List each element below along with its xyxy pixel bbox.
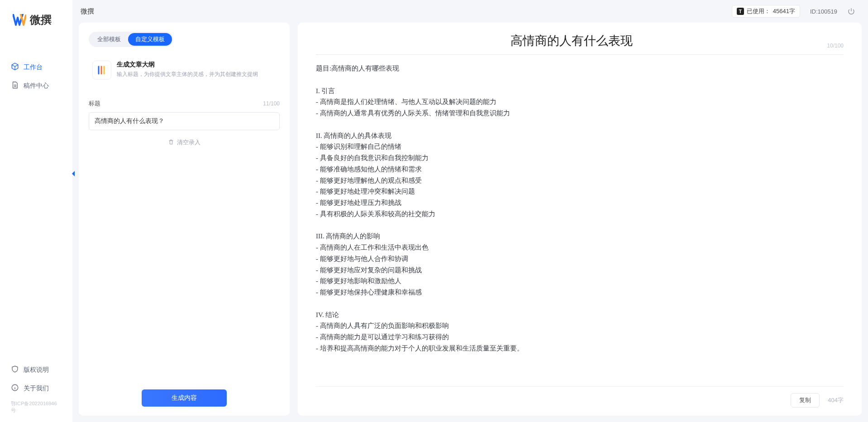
- sidebar-collapse-handle[interactable]: [70, 169, 77, 178]
- logo-text: 微撰: [30, 13, 52, 27]
- app-title: 微撰: [81, 7, 94, 16]
- user-id: ID:100519: [810, 8, 837, 15]
- sidebar: 微撰 工作台 稿件中心 版权: [0, 0, 72, 422]
- tab-custom-templates[interactable]: 自定义模板: [128, 33, 172, 46]
- title-input[interactable]: [89, 112, 280, 130]
- topbar: 微撰 T 已使用： 45641字 ID:100519: [72, 0, 868, 23]
- id-label: ID:: [810, 8, 818, 15]
- sidebar-nav: 工作台 稿件中心: [0, 36, 72, 95]
- sidebar-bottom: 版权说明 关于我们 鄂ICP备2022016946号: [0, 360, 72, 422]
- usage-prefix: 已使用：: [747, 7, 770, 15]
- topbar-right: T 已使用： 45641字 ID:100519: [732, 5, 855, 18]
- icp-text: 鄂ICP备2022016946号: [0, 398, 72, 418]
- logo: 微撰: [0, 0, 72, 36]
- sidebar-item-label: 版权说明: [24, 366, 49, 374]
- text-badge-icon: T: [737, 8, 744, 15]
- prompt-text: 生成文章大纲 输入标题，为你提供文章主体的灵感，并为其创建推文提纲: [117, 61, 258, 80]
- prompt-thumb-icon: [92, 61, 111, 80]
- doc-title-char-count: 10/100: [827, 43, 844, 49]
- sidebar-item-label: 工作台: [24, 63, 43, 71]
- panel-output: 高情商的人有什么表现 10/100 题目:高情商的人有哪些表现 I. 引言 - …: [298, 23, 862, 416]
- clear-label: 清空录入: [177, 138, 200, 147]
- doc-body[interactable]: 题目:高情商的人有哪些表现 I. 引言 - 高情商是指人们处理情绪、与他人互动以…: [316, 63, 844, 382]
- doc-header: 高情商的人有什么表现 10/100: [316, 33, 844, 55]
- sidebar-item-workbench[interactable]: 工作台: [0, 58, 72, 76]
- generate-button[interactable]: 生成内容: [142, 389, 227, 407]
- template-tabs: 全部模板 自定义模板: [89, 32, 173, 47]
- shield-icon: [11, 365, 19, 375]
- sidebar-item-label: 稿件中心: [24, 82, 49, 90]
- sidebar-item-label: 关于我们: [24, 384, 49, 393]
- title-label: 标题: [89, 100, 100, 108]
- logo-mark-icon: [13, 14, 26, 26]
- tab-all-templates[interactable]: 全部模板: [90, 33, 128, 46]
- prompt-card: 生成文章大纲 输入标题，为你提供文章主体的灵感，并为其创建推文提纲: [89, 56, 280, 84]
- title-char-count: 11/100: [263, 100, 280, 107]
- prompt-title: 生成文章大纲: [117, 61, 258, 69]
- doc-title: 高情商的人有什么表现: [316, 33, 827, 49]
- power-button[interactable]: [847, 7, 855, 15]
- info-icon: [11, 384, 19, 393]
- document-icon: [11, 81, 19, 90]
- sidebar-item-drafts[interactable]: 稿件中心: [0, 76, 72, 95]
- usage-value: 45641字: [773, 7, 795, 15]
- id-value: 100519: [818, 8, 837, 15]
- sidebar-item-about[interactable]: 关于我们: [0, 379, 72, 398]
- panel-left-footer: 生成内容: [89, 383, 280, 407]
- clear-input-button[interactable]: 清空录入: [89, 138, 280, 147]
- sidebar-item-copyright[interactable]: 版权说明: [0, 360, 72, 379]
- output-char-count: 404字: [828, 396, 844, 404]
- panel-prompt: 全部模板 自定义模板 生成文章大纲 输入标题，为你提供文章主体的灵感，并为其创建…: [79, 23, 290, 416]
- prompt-desc: 输入标题，为你提供文章主体的灵感，并为其创建推文提纲: [117, 71, 258, 78]
- trash-icon: [168, 139, 174, 147]
- copy-button[interactable]: 复制: [791, 393, 820, 408]
- cube-icon: [11, 62, 19, 72]
- workspace: 全部模板 自定义模板 生成文章大纲 输入标题，为你提供文章主体的灵感，并为其创建…: [72, 23, 868, 422]
- panel-right-footer: 复制 404字: [316, 386, 844, 408]
- main: 微撰 T 已使用： 45641字 ID:100519 全部模板 自定义模板: [72, 0, 868, 422]
- title-field-label-row: 标题 11/100: [89, 100, 280, 108]
- usage-pill[interactable]: T 已使用： 45641字: [732, 5, 800, 18]
